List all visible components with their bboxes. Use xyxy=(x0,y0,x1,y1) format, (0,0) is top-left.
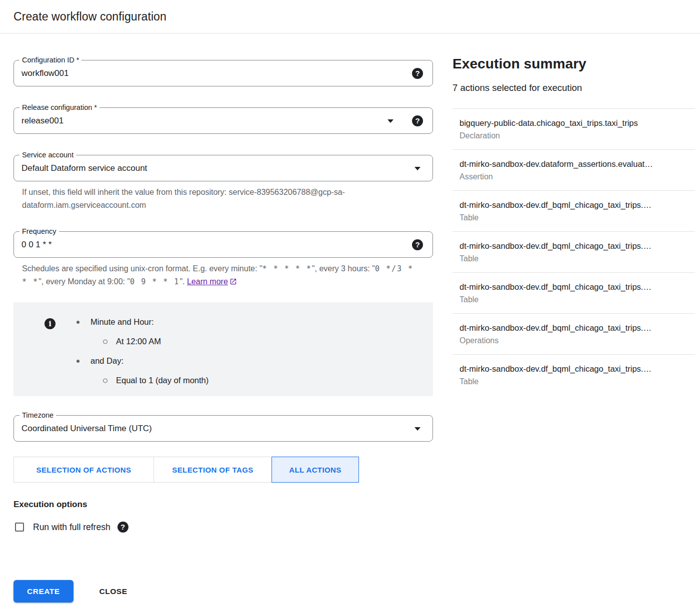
chevron-down-icon xyxy=(414,427,420,431)
action-title: dt-mirko-sandbox-dev.df_bqml_chicago_tax… xyxy=(460,280,695,293)
chevron-down-icon xyxy=(414,167,420,170)
execution-summary-panel: Execution summary 7 actions selected for… xyxy=(452,33,695,395)
action-list: bigquery-public-data.chicago_taxi_trips.… xyxy=(452,108,695,395)
run-with-full-refresh-checkbox[interactable] xyxy=(15,523,24,532)
action-list-item: dt-mirko-sandbox-dev.df_bqml_chicago_tax… xyxy=(452,354,695,395)
action-type: Operations xyxy=(460,334,695,347)
frequency-label: Frequency xyxy=(20,227,59,236)
action-title: dt-mirko-sandbox-dev.df_bqml_chicago_tax… xyxy=(460,198,695,211)
schedule-subitem: At 12:00 AM xyxy=(103,337,161,346)
schedule-item: Minute and Hour: xyxy=(76,317,154,327)
schedule-subitem: Equal to 1 (day of month) xyxy=(103,376,208,385)
close-button[interactable]: CLOSE xyxy=(94,582,134,601)
chevron-down-icon xyxy=(388,119,394,123)
run-with-full-refresh-label[interactable]: Run with full refresh xyxy=(33,522,110,533)
service-account-select[interactable]: Service account Default Dataform service… xyxy=(14,155,433,181)
timezone-select[interactable]: Timezone Coordinated Universal Time (UTC… xyxy=(14,415,433,442)
action-title: bigquery-public-data.chicago_taxi_trips.… xyxy=(460,116,695,129)
cron-example: 0 9 * * 1 xyxy=(130,277,180,286)
schedule-item: and Day: xyxy=(76,356,124,366)
help-icon[interactable]: ? xyxy=(412,115,423,126)
frequency-field[interactable]: Frequency 0 0 1 * * ? xyxy=(14,231,433,258)
schedule-description: Minute and Hour: At 12:00 AM and Day: Eq… xyxy=(76,312,208,396)
external-link-icon xyxy=(230,276,237,289)
execution-summary-title: Execution summary xyxy=(452,56,695,72)
action-selection-tabs: SELECTION OF ACTIONS SELECTION OF TAGS A… xyxy=(14,457,433,483)
frequency-value: 0 0 1 * * xyxy=(14,232,432,257)
info-icon: i xyxy=(44,318,56,329)
action-list-item: bigquery-public-data.chicago_taxi_trips.… xyxy=(452,108,695,149)
learn-more-link[interactable]: Learn more xyxy=(187,277,237,286)
tab-selection-of-actions[interactable]: SELECTION OF ACTIONS xyxy=(14,457,154,483)
cron-example: * * * * * xyxy=(262,264,312,273)
action-list-item: dt-mirko-sandbox-dev.df_bqml_chicago_tax… xyxy=(452,190,695,231)
action-type: Declaration xyxy=(460,129,695,142)
workflow-form: Configuration ID * workflow001 ? Release… xyxy=(14,33,433,610)
help-icon[interactable]: ? xyxy=(118,522,128,533)
dialog-actions: CREATE CLOSE xyxy=(14,580,433,610)
release-configuration-select[interactable]: Release configuration * release001 ? xyxy=(14,107,433,134)
page-title: Create workflow configuration xyxy=(14,10,166,23)
release-configuration-label: Release configuration * xyxy=(20,103,100,112)
action-title: dt-mirko-sandbox-dev.df_bqml_chicago_tax… xyxy=(460,239,695,252)
execution-summary-subtitle: 7 actions selected for execution xyxy=(452,81,695,94)
action-list-item: dt-mirko-sandbox-dev.dataform_assertions… xyxy=(452,149,695,190)
action-list-item: dt-mirko-sandbox-dev.df_bqml_chicago_tax… xyxy=(452,272,695,313)
run-with-full-refresh-row: Run with full refresh ? xyxy=(14,522,433,533)
configuration-id-label: Configuration ID * xyxy=(20,55,82,65)
create-button[interactable]: CREATE xyxy=(14,580,74,603)
configuration-id-field[interactable]: Configuration ID * workflow001 ? xyxy=(14,60,433,86)
timezone-label: Timezone xyxy=(20,411,56,420)
action-type: Assertion xyxy=(460,170,695,183)
execution-options-heading: Execution options xyxy=(14,499,433,510)
service-account-helper: If unset, this field will inherit the va… xyxy=(22,186,422,212)
action-type: Table xyxy=(460,211,695,224)
tab-selection-of-tags[interactable]: SELECTION OF TAGS xyxy=(154,457,272,483)
content: Configuration ID * workflow001 ? Release… xyxy=(0,33,700,610)
action-title: dt-mirko-sandbox-dev.df_bqml_chicago_tax… xyxy=(460,362,695,375)
action-type: Table xyxy=(460,375,695,388)
timezone-value: Coordinated Universal Time (UTC) xyxy=(14,416,432,441)
tab-all-actions[interactable]: ALL ACTIONS xyxy=(272,457,359,483)
action-list-item: dt-mirko-sandbox-dev.df_bqml_chicago_tax… xyxy=(452,231,695,272)
service-account-label: Service account xyxy=(20,150,76,160)
action-list-item: dt-mirko-sandbox-dev.df_bqml_chicago_tax… xyxy=(452,313,695,354)
action-title: dt-mirko-sandbox-dev.dataform_assertions… xyxy=(460,157,695,170)
action-type: Table xyxy=(460,252,695,265)
page-header: Create workflow configuration xyxy=(0,0,700,33)
action-title: dt-mirko-sandbox-dev.df_bqml_chicago_tax… xyxy=(460,321,695,334)
service-account-value: Default Dataform service account xyxy=(14,155,432,181)
schedule-info-box: i Minute and Hour: At 12:00 AM and Day: … xyxy=(14,302,433,396)
help-icon[interactable]: ? xyxy=(412,68,423,79)
frequency-helper: Schedules are specified using unix-cron … xyxy=(22,262,422,289)
action-type: Table xyxy=(460,293,695,306)
help-icon[interactable]: ? xyxy=(412,239,423,250)
